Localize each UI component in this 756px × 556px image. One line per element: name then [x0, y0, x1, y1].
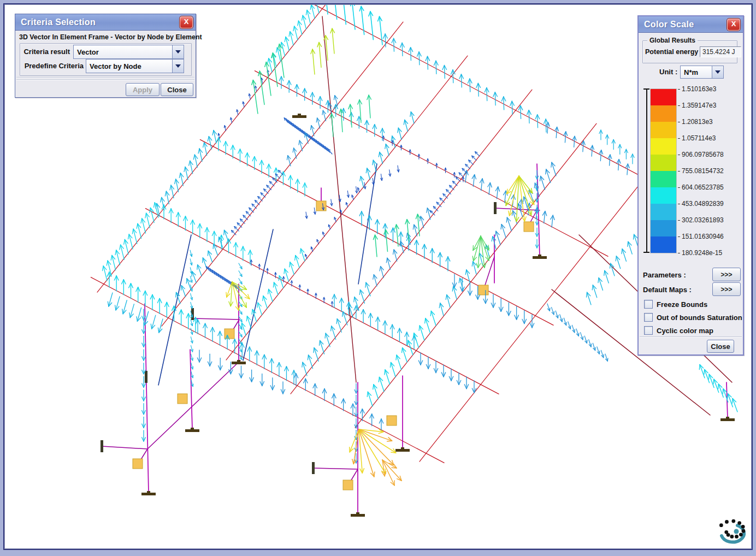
predefine-criteria-label: Predefine Criteria [24, 62, 84, 70]
colorbar-tick-label: 302.03261893 [678, 216, 724, 224]
colorbar-tick-label: 1.359147e3 [678, 102, 716, 109]
criteria-selection-dialog: Criteria Selection X 3D Vector In Elemen… [15, 14, 196, 98]
colorbar-band [651, 138, 676, 155]
dropdown-button[interactable] [712, 66, 723, 78]
colorbar-tick-label: 151.01630946 [678, 233, 724, 240]
criteria-close-button[interactable]: Close [161, 83, 193, 96]
dropdown-button[interactable] [172, 60, 184, 73]
parameters-expand-button[interactable]: >>> [712, 268, 741, 281]
colorbar [650, 88, 677, 253]
columns-and-struts [102, 164, 728, 514]
checkbox-label: Out of bounds Saturation [657, 314, 742, 322]
brace-line [243, 229, 273, 360]
apply-button[interactable]: Apply [126, 83, 160, 96]
colorbar-tick-label: 1.510163e3 [678, 85, 716, 93]
color-scale-titlebar[interactable]: Color Scale X [639, 16, 743, 33]
colorbar-range-line [643, 88, 649, 253]
checkbox-label: Cyclic color map [657, 327, 713, 335]
chevron-down-icon [715, 70, 720, 74]
checkbox[interactable] [644, 326, 653, 335]
colorbar-tick-label: 453.04892839 [678, 200, 724, 208]
default-maps-label: Default Maps : [643, 286, 692, 294]
unit-value: N*m [681, 66, 712, 78]
samtech-logo [719, 519, 745, 542]
checkbox-row-out-of-bounds-saturation[interactable]: Out of bounds Saturation [644, 312, 742, 322]
chevron-down-icon [175, 64, 181, 68]
predefine-criteria-value: Vector by Node [86, 60, 172, 73]
colorbar-band [651, 220, 676, 236]
colorbar-tick-label: 604.06523785 [678, 184, 724, 191]
default-maps-expand-button[interactable]: >>> [712, 282, 741, 296]
colorbar-tick-label: 755.08154732 [678, 167, 724, 175]
checkbox-row-freeze-bounds[interactable]: Freeze Bounds [644, 299, 707, 309]
criteria-titlebar[interactable]: Criteria Selection X [15, 14, 196, 31]
colorbar-band [651, 171, 676, 187]
application-window: { "criteria": { "title": "Criteria Selec… [0, 0, 756, 556]
criteria-result-value: Vector [74, 45, 172, 58]
checkbox[interactable] [644, 313, 653, 322]
criteria-dialog-title: Criteria Selection [21, 17, 180, 27]
color-scale-panel: Color Scale X Global Results Potential e… [637, 15, 744, 356]
colorbar-tick-label: 1.20813e3 [678, 118, 713, 126]
predefine-criteria-combobox[interactable]: Vector by Node [86, 59, 184, 73]
colorbar-band [651, 89, 676, 105]
lumped-mass-markers [133, 201, 534, 490]
criteria-result-combobox[interactable]: Vector [73, 45, 184, 59]
color-scale-close-button[interactable]: Close [707, 340, 734, 353]
colorbar-band [651, 204, 676, 220]
criteria-result-label: Criteria result [23, 48, 70, 56]
parameters-label: Parameters : [643, 271, 686, 279]
criteria-header-text: 3D Vector In Element Frame - Vector by N… [19, 33, 202, 41]
close-icon[interactable]: X [180, 16, 193, 28]
colorbar-band [651, 105, 676, 122]
colorbar-tick-label: 180.9248e-15 [678, 249, 722, 257]
checkbox-row-cyclic-color-map[interactable]: Cyclic color map [644, 326, 713, 335]
potential-energy-label: Potential energy [645, 48, 698, 56]
potential-energy-field[interactable]: 315.4224 J [700, 46, 741, 57]
close-icon[interactable]: X [727, 19, 740, 31]
colorbar-tick-labels: 1.510163e31.359147e31.20813e31.057114e39… [678, 88, 741, 258]
separator [16, 79, 194, 80]
unit-combobox[interactable]: N*m [680, 66, 724, 79]
colorbar-band [651, 236, 676, 253]
color-scale-title: Color Scale [644, 20, 727, 29]
separator [16, 77, 194, 78]
separator [640, 336, 742, 337]
checkbox[interactable] [644, 300, 653, 309]
colorbar-band [651, 155, 676, 171]
chevron-down-icon [175, 50, 181, 54]
dropdown-button[interactable] [172, 45, 184, 58]
checkbox-label: Freeze Bounds [657, 300, 707, 309]
colorbar-tick-label: 1.057114e3 [678, 134, 716, 142]
unit-label: Unit : [659, 68, 677, 76]
global-results-label: Global Results [647, 37, 698, 44]
colorbar-tick-label: 906.09785678 [678, 151, 724, 158]
colorbar-band [651, 187, 676, 204]
brace-line [158, 235, 191, 385]
colorbar-band [651, 122, 676, 138]
